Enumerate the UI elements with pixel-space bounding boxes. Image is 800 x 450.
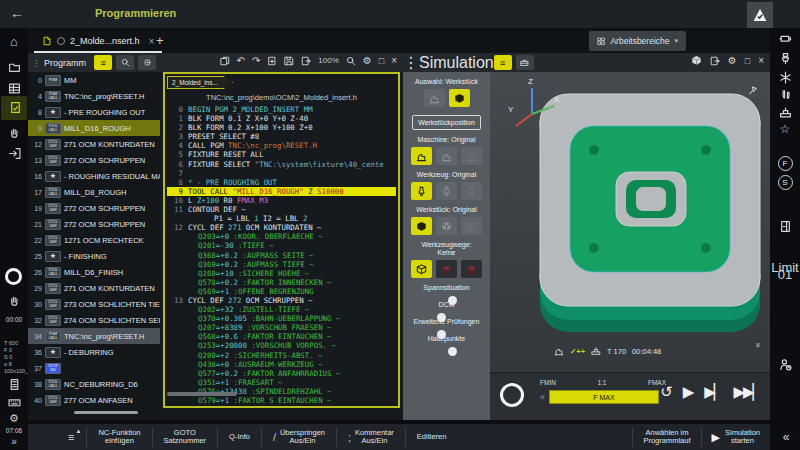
editor-file-tab[interactable]: 2_Molded_ins... <box>167 76 233 89</box>
code-line[interactable]: 5FIXTURE RESET ALL <box>167 150 396 159</box>
back-icon[interactable]: ← <box>10 5 24 21</box>
sim-close-icon[interactable]: × <box>758 55 764 66</box>
softkey-edit[interactable]: Editieren <box>405 427 458 447</box>
sim-settings-icon[interactable]: ⚙ <box>728 55 737 66</box>
sim-step-icon[interactable]: ▶▏ <box>704 383 723 401</box>
select-in-program-run-button[interactable]: Anwählen imProgrammlauf <box>632 427 700 447</box>
feed-slider-bar[interactable]: F MAX <box>549 390 659 404</box>
sim-reset-circle-icon[interactable] <box>500 383 524 407</box>
sim-maximize-icon[interactable]: □ <box>745 56 750 66</box>
add-tab-button[interactable]: + <box>156 33 164 48</box>
insert-icon[interactable] <box>267 56 277 66</box>
home-icon[interactable]: ⌂ <box>0 34 28 49</box>
tables-icon[interactable] <box>0 82 28 95</box>
tree-item[interactable]: 4PGMCALLTNC:\nc_prog\RESET.H <box>28 88 160 104</box>
code-line[interactable]: Q351=+1 :FRAESART ~ <box>167 378 396 387</box>
workpiece-position-button[interactable]: Werkstückposition <box>412 115 481 130</box>
operator-icon[interactable] <box>770 358 800 371</box>
sim-fast-forward-icon[interactable]: ▶▶▏ <box>733 383 762 401</box>
code-line[interactable]: Q577=+0.2 :FAKTOR ANFAHRRADIUS ~ <box>167 369 396 378</box>
copy-icon[interactable] <box>220 56 230 66</box>
tree-item[interactable]: 12CYCLDEF271 OCM KONTURDATEN <box>28 136 160 152</box>
save-icon[interactable] <box>284 56 294 66</box>
sim-machine-button[interactable] <box>516 55 534 70</box>
tool-original-icon[interactable] <box>411 182 432 200</box>
tree-scrollbar[interactable] <box>74 411 138 414</box>
code-line[interactable]: 6FIXTURE SELECT "TNC:\system\fixture\40_… <box>167 160 396 169</box>
programming-mode-active[interactable] <box>1 96 27 120</box>
notification-logo-icon[interactable] <box>747 2 773 28</box>
tree-item[interactable]: 22CYCLDEF1271 OCM RECHTECK <box>28 232 160 248</box>
code-line[interactable]: Q253=+20000 :VORSCHUB VORPOS. ~ <box>167 341 396 350</box>
outline-view-button[interactable]: ≡ <box>94 55 112 70</box>
code-line[interactable]: P1 = LBL 1 I2 = LBL 2 <box>167 214 396 223</box>
power-icon[interactable] <box>770 32 800 45</box>
machine-hidden-icon[interactable] <box>461 147 482 165</box>
zoom-search-icon[interactable] <box>346 56 356 66</box>
nc-editor[interactable]: 2_Molded_ins... TNC:\nc_prog\demo\OCM\2_… <box>163 72 400 408</box>
settings-gear-icon[interactable]: ⚙ <box>0 412 28 425</box>
sim-rewind-icon[interactable]: ↺ <box>660 383 673 401</box>
tree-item[interactable]: 9TOOLCALLMILL_D16_ROUGH <box>28 120 160 136</box>
code-line[interactable]: Q207=+8389 :VORSCHUB FRAESEN ~ <box>167 323 396 332</box>
tree-item[interactable]: 17TOOLCALLMILL_D8_ROUGH <box>28 184 160 200</box>
search-icon[interactable] <box>116 55 134 70</box>
code-line[interactable]: 7 <box>167 169 396 178</box>
code-line[interactable]: 9TOOL CALL "MILL_D16_ROUGH" Z S10000 <box>167 187 396 196</box>
workpiece-solid-icon[interactable] <box>411 217 432 235</box>
code-line[interactable]: Q569=+1 :OFFENE BEGRENZUNG <box>167 287 396 296</box>
close-tab-icon[interactable]: × <box>149 36 155 47</box>
undo-icon[interactable]: ↶ <box>237 55 245 66</box>
menu-button[interactable]: ≡▲ <box>68 431 74 443</box>
editor-settings-icon[interactable]: ⚙ <box>363 55 372 66</box>
code-line[interactable]: 12CYCL DEF 271 OCM KONTURDATEN ~ <box>167 223 396 232</box>
toolpath-all-icon[interactable] <box>461 260 482 278</box>
toolpath-some-icon[interactable] <box>436 260 457 278</box>
pin-icon[interactable] <box>747 84 758 95</box>
tree-item[interactable]: 38TOOLCALLNC_DEBURRING_D6 <box>28 376 160 392</box>
simulation-viewport[interactable]: Z X Y ✓++ T 170 00:04:48 » <box>490 72 770 372</box>
code-line[interactable]: Q203=+0 :KOOR. OBERFLAECHE ~ <box>167 232 396 241</box>
sim-play-icon[interactable]: ▶ <box>683 383 695 401</box>
tree-item[interactable]: 26TOOLCALLMILL_D6_FINISH <box>28 264 160 280</box>
workpiece-gray-icon[interactable] <box>436 217 457 235</box>
code-line[interactable]: Q369=+0.2 :AUFMASS TIEFE ~ <box>167 260 396 269</box>
manual-mode-icon[interactable] <box>0 126 28 139</box>
code-line[interactable]: Q579=+1 :FAKTOR S EINTAUCHEN ~ <box>167 396 396 403</box>
tree-item[interactable]: 34PGMCALLTNC:\nc_prog\RESET.H <box>28 328 160 344</box>
code-line[interactable]: Q260=+10 :SICHERE HOEHE ~ <box>167 269 396 278</box>
sim-options-button[interactable]: ≡ <box>494 55 512 70</box>
file-tab[interactable]: 2_Molde...nsert.h × <box>34 31 162 53</box>
workspaces-button[interactable]: Arbeitsbereiche ▾ <box>589 31 686 51</box>
code-line[interactable]: 4CALL PGM TNC:\nc_prog\RESET.H <box>167 141 396 150</box>
tree-item[interactable]: 13CYCLDEF272 OCM SCHRUPPEN <box>28 152 160 168</box>
code-line[interactable]: Q201=-30 :TIEFE ~ <box>167 241 396 250</box>
tree-item[interactable]: 32CYCLDEF274 OCM SCHLICHTEN SEITE <box>28 312 160 328</box>
code-line[interactable]: Q202=+32 :ZUSTELL-TIEFE ~ <box>167 305 396 314</box>
favorites-star-icon[interactable]: ☆ <box>770 122 800 136</box>
tree-item[interactable]: 37STOPM0 <box>28 360 160 376</box>
zoom-level[interactable]: 100% <box>318 56 338 65</box>
sim-export-icon[interactable] <box>710 56 720 66</box>
code-line[interactable]: Q368=+0.2 :AUFMASS SEITE ~ <box>167 251 396 260</box>
redo-icon[interactable]: ↷ <box>252 55 260 66</box>
close-panel-icon[interactable]: × <box>391 55 397 66</box>
tree-item[interactable]: 30CYCLDEF273 OCM SCHLICHTEN TIEFE <box>28 296 160 312</box>
start-simulation-button[interactable]: ▶ Simulationstarten <box>701 427 771 447</box>
keyboard-icon[interactable] <box>0 396 28 409</box>
speed-override-dial[interactable]: S <box>770 175 800 190</box>
code-line[interactable]: Q370=+0.305 :BAHN-UEBERLAPPUNG ~ <box>167 314 396 323</box>
code-line[interactable]: 13CYCL DEF 272 OCM SCHRUPPEN ~ <box>167 296 396 305</box>
coolant-snowflake-icon[interactable] <box>770 71 800 84</box>
slider-left-icon[interactable]: « <box>540 392 545 402</box>
machine-original-icon[interactable] <box>411 147 432 165</box>
code-line[interactable]: 10L Z+100 R0 FMAX M3 <box>167 196 396 205</box>
tree-item[interactable]: 29CYCLDEF271 OCM KONTURDATEN <box>28 280 160 296</box>
softkey-goto[interactable]: GOTOSatznummer <box>152 427 218 447</box>
tool-hidden-icon[interactable] <box>461 182 482 200</box>
workpiece-wire-icon[interactable] <box>461 217 482 235</box>
softkey-nc-funktion[interactable]: NC-Funktioneinfügen <box>86 427 151 447</box>
code-line[interactable]: Q200=+2 :SICHERHEITS-ABST. ~ <box>167 351 396 360</box>
code-line[interactable]: 11CONTOUR DEF ~ <box>167 205 396 214</box>
collapse-bar-icon[interactable]: « <box>772 424 800 450</box>
